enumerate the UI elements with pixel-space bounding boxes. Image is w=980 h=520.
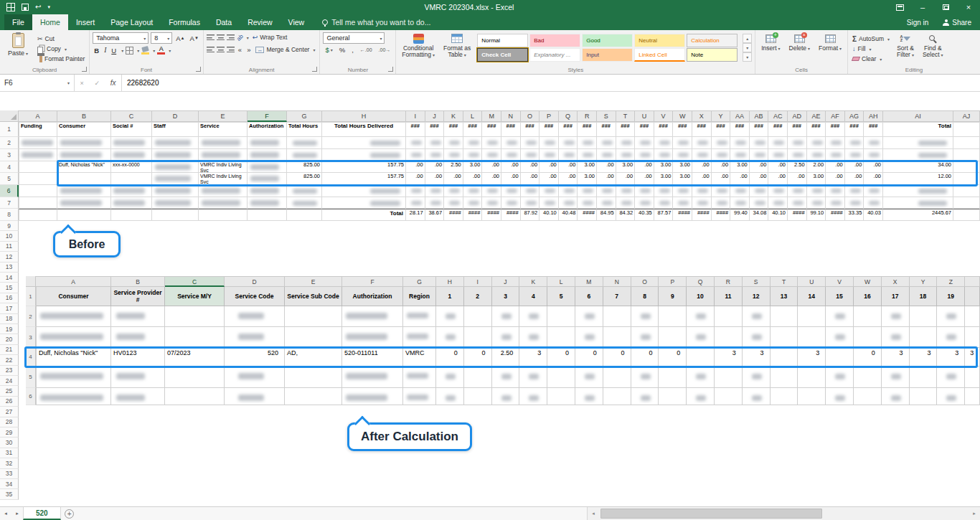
before-cell[interactable]: 40.48 [559,209,578,221]
column-header[interactable]: B [111,276,165,287]
before-cell[interactable]: 87.92 [521,209,540,221]
before-cell[interactable]: 40.10 [540,209,559,221]
row-header[interactable]: 13 [0,263,19,273]
row-header[interactable]: 2 [0,137,19,149]
after-cell[interactable]: 8 [631,287,659,306]
column-header[interactable]: C [165,276,225,287]
row-header[interactable]: 8 [0,209,19,221]
column-header[interactable]: D [225,276,285,287]
column-header[interactable]: O [521,110,540,122]
before-cell[interactable]: ### [768,122,788,137]
column-header[interactable]: I [464,276,492,287]
after-cell[interactable]: 1 [436,287,464,306]
before-cell[interactable]: Total Hours Delivered [322,122,406,137]
after-cell[interactable]: 19 [937,287,965,306]
number-dialog-launcher-icon[interactable] [388,67,393,72]
style-good[interactable]: Good [582,34,633,47]
save-icon[interactable] [22,4,29,11]
conditional-formatting-button[interactable]: Conditional Formatting▾ [399,32,438,60]
after-cell[interactable]: Region [403,287,436,306]
column-header[interactable]: G [287,110,322,122]
after-cell[interactable] [798,367,826,388]
after-cell[interactable] [854,306,882,327]
format-cells-button[interactable]: Format▾ [816,32,844,53]
before-cell[interactable]: 34.08 [750,209,769,221]
after-cell[interactable] [965,388,980,405]
after-cell[interactable] [798,306,826,327]
after-cell[interactable]: 9 [659,287,687,306]
column-header[interactable]: P [659,276,687,287]
row-header[interactable]: 5 [26,367,36,388]
before-cell[interactable]: ### [788,122,807,137]
before-cell[interactable]: Total [322,209,406,221]
column-header[interactable]: H [322,110,406,122]
before-cell[interactable] [953,122,980,137]
sheet-area[interactable]: Before After Calculation ABCDEFGHIJKLMNO… [0,92,980,506]
row-header[interactable]: 16 [0,293,19,303]
column-header[interactable]: P [540,110,559,122]
column-header[interactable]: Q [559,110,578,122]
row-header[interactable]: 20 [0,334,19,344]
ribbon-tab-file[interactable]: File [4,14,32,30]
column-header[interactable]: Q [687,276,715,287]
wrap-text-button[interactable]: ↩Wrap Text [251,32,289,42]
after-cell[interactable] [715,367,743,388]
column-header[interactable]: X [882,276,910,287]
row-header[interactable]: 25 [0,386,19,396]
before-cell[interactable] [199,209,248,221]
after-cell[interactable]: 3 [492,287,520,306]
orientation-icon[interactable]: ab [235,33,245,42]
row-header[interactable]: 28 [0,417,19,427]
ribbon-tab-insert[interactable]: Insert [68,14,103,30]
before-cell[interactable] [953,209,980,221]
row-header[interactable]: 22 [0,355,19,365]
column-header[interactable]: F [342,276,403,287]
after-cell[interactable] [464,306,492,327]
row-header[interactable]: 11 [0,242,19,252]
row-header[interactable]: 14 [0,273,19,283]
fill-button[interactable]: ↓Fill▾ [851,44,891,54]
after-cell[interactable]: 13 [771,287,798,306]
increase-font-size-button[interactable]: A▲ [174,34,186,42]
after-cell[interactable]: 6 [575,287,603,306]
new-sheet-button[interactable]: + [61,507,78,520]
ribbon-tab-view[interactable]: View [281,14,313,30]
row-header[interactable]: 3 [0,149,19,161]
before-cell[interactable]: Social # [111,122,152,137]
style-calculation[interactable]: Calculation [687,34,738,47]
before-cell[interactable] [287,209,322,221]
ribbon-tab-home[interactable]: Home [32,14,68,30]
column-header[interactable]: M [482,110,501,122]
close-icon[interactable]: × [957,0,980,14]
before-cell[interactable]: #### [482,209,501,221]
row-header[interactable]: 12 [0,252,19,262]
format-painter-button[interactable]: Format Painter [36,54,86,64]
after-cell[interactable]: 12 [743,287,771,306]
after-cell[interactable] [464,327,492,348]
before-cell[interactable]: #### [712,209,731,221]
before-cell[interactable]: 40.10 [768,209,788,221]
row-header[interactable]: 35 [0,489,19,499]
horizontal-scrollbar[interactable]: ◂ ▸ [587,507,980,520]
after-cell[interactable] [165,327,225,348]
column-header[interactable]: AI [883,110,953,122]
after-cell[interactable] [798,388,826,405]
style-neutral[interactable]: Neutral [634,34,685,47]
row-header[interactable]: 4 [0,161,19,173]
before-cell[interactable]: ### [730,122,750,137]
after-cell[interactable]: 17 [882,287,910,306]
row-header[interactable]: 31 [0,448,19,458]
decrease-font-size-button[interactable]: A▼ [189,34,200,42]
before-cell[interactable]: Staff [152,122,199,137]
style-note[interactable]: Note [687,48,738,62]
after-cell[interactable] [854,367,882,388]
sheet-nav-left-icon[interactable]: ◂ [0,507,11,520]
column-header[interactable]: Y [712,110,731,122]
row-header[interactable]: 23 [0,366,19,376]
after-cell[interactable]: 16 [854,287,882,306]
after-cell[interactable] [547,327,575,348]
after-cell[interactable] [165,367,225,388]
before-cell[interactable]: 40.35 [635,209,654,221]
after-cell[interactable] [715,388,743,405]
before-cell[interactable]: #### [673,209,692,221]
